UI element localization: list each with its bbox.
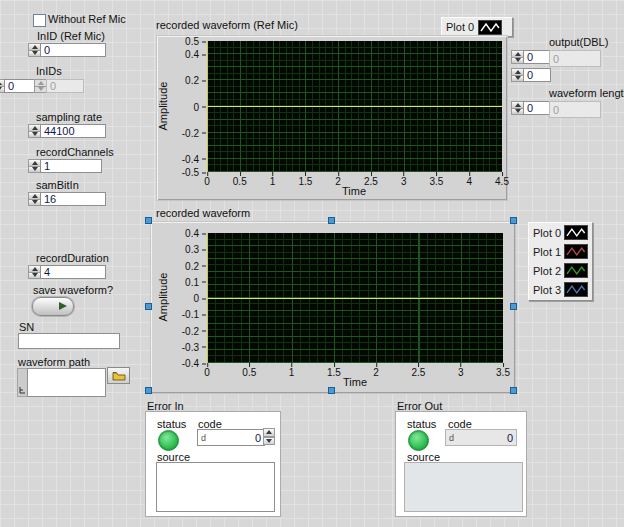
step-up-icon[interactable] (263, 428, 275, 437)
radix-indicator[interactable]: d (201, 433, 206, 443)
increment-decrement-icon[interactable] (28, 43, 40, 57)
legend-plot-label: Plot 3 (533, 284, 564, 296)
legend-item[interactable]: Plot 2 (529, 261, 592, 280)
legend-item[interactable]: Plot 3 (529, 280, 592, 299)
waveform-length-control: 0 (511, 101, 551, 115)
sampling-rate-label: sampling rate (36, 111, 102, 123)
error-in-status-led[interactable] (158, 430, 179, 451)
inid-ref-mic-control: 0 (28, 43, 106, 57)
edge-numeric-field[interactable]: 0 (4, 79, 36, 93)
sam-bit-in-field[interactable]: 16 (40, 192, 106, 206)
increment-decrement-icon[interactable] (28, 124, 40, 138)
sn-field[interactable] (18, 333, 120, 349)
edge-numeric-control: 0 (0, 79, 36, 93)
tick-label: -0.1 (182, 309, 206, 320)
error-out-source-field (404, 462, 523, 512)
selection-handle[interactable] (328, 387, 335, 394)
sampling-rate-field[interactable]: 44100 (40, 124, 106, 138)
increment-decrement-icon[interactable] (28, 265, 40, 279)
plot-line-icon[interactable] (564, 282, 588, 297)
tick-label: 3 (458, 363, 464, 378)
waveform-length-label: waveform length (549, 87, 624, 99)
selection-handle[interactable] (510, 217, 517, 224)
inid-ref-mic-field[interactable]: 0 (40, 43, 106, 57)
selection-handle[interactable] (328, 217, 335, 224)
inid-ref-mic-label: InID (Ref Mic) (37, 30, 105, 42)
graph2-plot-area[interactable] (207, 233, 503, 363)
error-in-code-field[interactable]: d 0 (197, 429, 265, 446)
graph2-xticks: 00.511.522.533.5 (207, 363, 503, 377)
error-in-source-field[interactable] (156, 462, 275, 512)
legend-item[interactable]: Plot 0 (529, 223, 592, 242)
selection-handle[interactable] (145, 387, 152, 394)
save-waveform-button[interactable] (32, 297, 74, 316)
selection-handle[interactable] (145, 303, 152, 310)
sn-label: SN (19, 321, 34, 333)
plot-line-icon[interactable] (478, 20, 502, 35)
graph1-xticks: 00.511.522.533.544.5 (207, 172, 502, 186)
sampling-rate-control: 44100 (28, 124, 106, 138)
legend-item[interactable]: Plot 1 (529, 242, 592, 261)
graph2-title: recorded waveform (156, 207, 250, 219)
legend-plot-label: Plot 0 (446, 21, 478, 33)
tick-label: 3 (401, 172, 407, 187)
increment-decrement-icon[interactable] (511, 101, 523, 115)
plot-line-icon[interactable] (564, 225, 588, 240)
inids-control: 0 (34, 79, 84, 93)
graph1-plot-area[interactable] (207, 41, 502, 172)
error-in-code-value: 0 (255, 432, 261, 444)
output-dbl-field2[interactable]: 0 (523, 68, 551, 82)
error-in-status-label: status (157, 418, 186, 430)
record-duration-label: recordDuration (36, 252, 109, 264)
selection-handle[interactable] (145, 217, 152, 224)
folder-icon (112, 371, 126, 381)
tick-label: 2.5 (411, 363, 425, 378)
sam-bit-in-control: 16 (28, 192, 106, 206)
tick-label: 0.5 (233, 172, 247, 187)
waveform-length-indicator: 0 (549, 101, 601, 118)
tick-label: 3.5 (429, 172, 443, 187)
increment-decrement-icon[interactable] (511, 68, 523, 82)
record-duration-control: 4 (28, 265, 106, 279)
selection-handle[interactable] (510, 303, 517, 310)
tick-label: 1 (289, 363, 295, 378)
tick-label: 0.2 (185, 260, 206, 271)
labview-front-panel: Without Ref Mic InID (Ref Mic) 0 InIDs 0… (0, 0, 624, 527)
tick-label: 0 (204, 363, 210, 378)
tick-label: 0 (193, 293, 206, 304)
increment-decrement-icon[interactable] (28, 159, 40, 173)
tick-label: 0.2 (185, 75, 206, 86)
without-ref-mic-checkbox[interactable] (33, 14, 46, 27)
green-arrow-icon (59, 302, 67, 310)
tick-label: 0 (193, 101, 206, 112)
tick-label: 1 (270, 172, 276, 187)
waveform-length-field[interactable]: 0 (523, 101, 551, 115)
legend-plot-label: Plot 1 (533, 246, 564, 258)
increment-decrement-icon[interactable] (28, 192, 40, 206)
record-channels-field[interactable]: 1 (40, 159, 102, 173)
output-dbl-control2: 0 (511, 68, 551, 82)
plot-line-icon[interactable] (564, 244, 588, 259)
graph2-legend: Plot 0 Plot 1 Plot 2 Plot 3 (528, 222, 593, 301)
record-duration-field[interactable]: 4 (40, 265, 106, 279)
tick-label: -0.5 (182, 167, 206, 178)
inids-label: InIDs (36, 65, 62, 77)
increment-decrement-icon[interactable] (511, 50, 523, 64)
waveform-path-field[interactable] (27, 368, 106, 397)
tick-label: -0.4 (182, 153, 206, 164)
output-dbl-field1[interactable]: 0 (523, 50, 551, 64)
plot-line-icon[interactable] (564, 263, 588, 278)
graph1-waveform-line (207, 106, 502, 107)
error-in-code-stepper[interactable] (263, 428, 275, 445)
record-channels-label: recordChannels (36, 146, 114, 158)
step-down-icon[interactable] (263, 437, 275, 446)
without-ref-mic-label: Without Ref Mic (48, 13, 126, 25)
graph1-xlabel: Time (334, 185, 374, 197)
output-dbl-indicator1: 0 (549, 50, 601, 67)
tick-label: -0.3 (182, 341, 206, 352)
legend-item[interactable]: Plot 0 (442, 18, 512, 36)
waveform-path-label: waveform path (18, 356, 90, 368)
selection-handle[interactable] (510, 387, 517, 394)
tick-label: 0.5 (242, 363, 256, 378)
browse-button[interactable] (107, 367, 130, 384)
